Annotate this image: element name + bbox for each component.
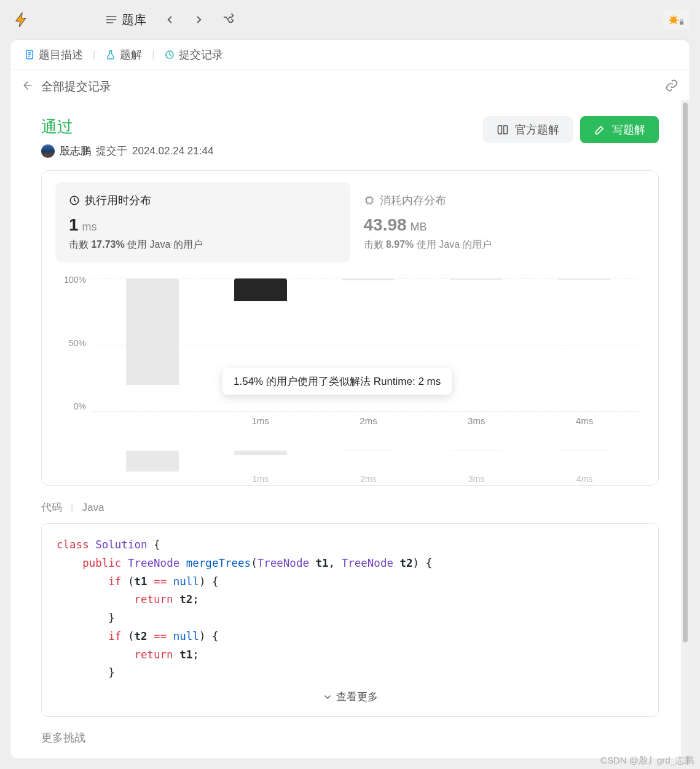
thumb-bar[interactable] [234,451,287,455]
bar-label: 1ms [252,416,269,426]
runtime-beats-prefix: 击败 [69,239,88,250]
edit-icon [594,124,606,136]
watermark: CSDN @殷丿grd_志鹏 [600,755,694,767]
debug-button[interactable] [663,10,690,30]
official-solution-button[interactable]: 官方题解 [483,116,573,143]
language-name: Java [82,502,104,514]
thumb-bar[interactable] [558,451,611,451]
book-icon [497,124,509,136]
arrow-left-icon [22,79,34,92]
scrollbar[interactable] [681,100,690,759]
top-toolbar: 题库 [0,0,700,39]
code-section: 代码 | Java class Solution { public TreeNo… [41,500,659,717]
thumb-bar-slot[interactable]: 4ms [530,451,639,471]
code-label: 代码 [41,500,62,515]
flask-icon [105,49,116,60]
clock-icon [69,195,80,206]
share-button[interactable] [665,79,678,95]
bar[interactable] [342,278,395,280]
chevron-right-icon [194,14,205,25]
thumb-bar-slot[interactable]: 2ms [315,451,423,471]
scrollbar-thumb[interactable] [683,103,688,642]
stats-card: 执行用时分布 1 ms 击败 17.73% 使用 Java 的用户 [41,170,659,486]
thumb-bar[interactable] [342,451,395,451]
divider: | [93,49,95,60]
memory-tab[interactable]: 消耗内存分布 43.98 MB 击败 8.97% 使用 Java 的用户 [350,182,645,262]
chip-icon [364,195,375,206]
tab-description[interactable]: 题目描述 [22,47,85,62]
bar-label: 4ms [576,416,593,426]
status-label: 通过 [41,116,213,138]
memory-unit: MB [411,221,427,234]
runtime-beats-suffix: 使用 Java 的用户 [127,239,203,250]
tooltip-text: 1.54% 的用户使用了类似解法 Runtime: 2 ms [234,376,441,387]
runtime-beats-pct: 17.73% [91,239,124,250]
memory-beats-prefix: 击败 [364,239,383,250]
problemset-link[interactable]: 题库 [100,8,152,32]
submitted-prefix: 提交于 [96,144,127,158]
thumb-bar-label: 1ms [252,474,268,484]
subbar: 全部提交记录 [10,69,690,104]
tabs-bar: 题目描述 | 题解 | 提交记录 [10,40,690,69]
thumb-bar[interactable] [126,451,179,471]
svg-rect-1 [680,22,683,25]
bar-slot[interactable] [98,278,206,411]
divider: | [71,502,73,514]
bar[interactable] [558,278,611,280]
thumb-bar-label: 2ms [360,474,376,484]
svg-rect-5 [366,198,372,203]
document-icon [24,49,35,60]
y-tick: 100% [64,275,86,285]
write-label: 写题解 [612,122,645,137]
chart-tooltip: 1.54% 的用户使用了类似解法 Runtime: 2 ms [222,368,452,395]
thumb-bar-slot[interactable]: 3ms [422,451,530,471]
thumb-bar-label: 4ms [576,474,592,484]
thumb-chart[interactable]: 1ms2ms3ms4ms [55,441,645,485]
official-label: 官方题解 [515,122,559,137]
y-tick: 0% [74,401,86,411]
all-submissions-label: 全部提交记录 [41,79,111,95]
bar-label: 3ms [468,416,485,426]
main-panel: 题目描述 | 题解 | 提交记录 全部提交记录 通 [10,39,690,759]
avatar[interactable] [41,144,55,158]
tab-submissions-label: 提交记录 [179,47,223,62]
bar[interactable] [234,278,287,301]
user-name[interactable]: 殷志鹏 [60,144,91,158]
runtime-tab[interactable]: 执行用时分布 1 ms 击败 17.73% 使用 Java 的用户 [55,182,350,262]
bar[interactable] [450,278,503,280]
lock-icon [678,18,685,26]
link-icon [665,79,678,92]
back-button[interactable] [22,79,34,95]
write-solution-button[interactable]: 写题解 [580,116,659,143]
see-more-label: 查看更多 [336,688,378,706]
list-icon [106,14,118,26]
prev-button[interactable] [157,7,182,32]
problemset-label: 题库 [122,12,146,28]
tab-submissions[interactable]: 提交记录 [162,47,226,62]
tab-description-label: 题目描述 [39,47,83,62]
logo[interactable] [10,8,33,31]
shuffle-icon [222,14,235,26]
thumb-bar-slot[interactable] [98,451,206,471]
memory-beats-suffix: 使用 Java 的用户 [417,239,492,250]
shuffle-button[interactable] [216,7,241,32]
tab-solution-label: 题解 [120,47,142,62]
tab-solution[interactable]: 题解 [103,47,144,62]
content: 通过 殷志鹏 提交于 2024.02.24 21:44 官方题解 写题解 [10,104,690,759]
thumb-bar[interactable] [450,451,503,451]
runtime-title: 执行用时分布 [85,193,151,208]
runtime-unit: ms [82,221,97,234]
divider: | [152,49,154,60]
chevron-down-icon [323,692,332,702]
more-challenges: 更多挑战 [41,730,659,745]
runtime-chart: 100% 50% 0% 1ms2ms3ms4ms 1.54% 的用户使用了类似解… [55,270,645,430]
bar-slot[interactable]: 4ms [530,278,639,411]
memory-title: 消耗内存分布 [380,193,446,208]
next-button[interactable] [187,7,211,32]
see-more-button[interactable]: 查看更多 [57,682,643,709]
bar[interactable] [126,278,179,385]
chevron-left-icon [164,14,175,25]
thumb-bar-slot[interactable]: 1ms [206,451,315,471]
thumb-bar-label: 3ms [468,474,484,484]
memory-value: 43.98 [364,215,407,235]
